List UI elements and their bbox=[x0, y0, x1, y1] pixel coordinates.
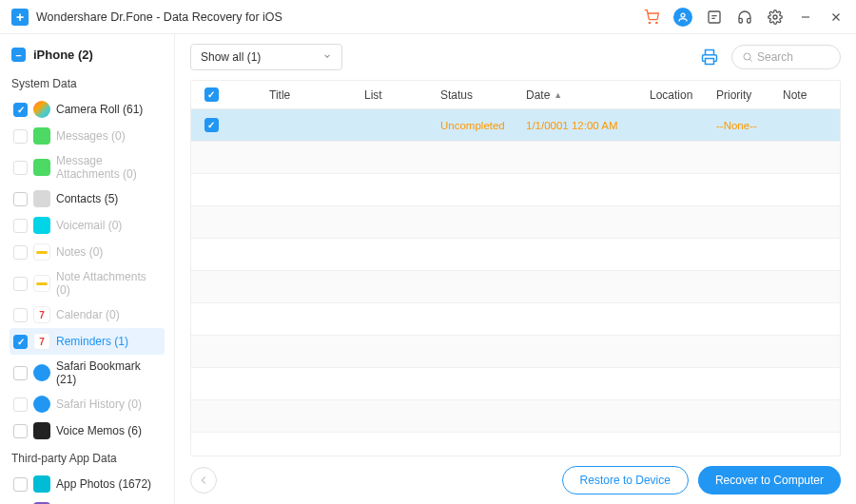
feedback-icon[interactable] bbox=[706, 9, 723, 26]
table-row-empty bbox=[191, 336, 840, 368]
sort-asc-icon: ▲ bbox=[554, 90, 562, 100]
device-row[interactable]: iPhone (2) bbox=[10, 44, 165, 69]
restore-to-device-button[interactable]: Restore to Device bbox=[562, 466, 689, 494]
row-checkbox[interactable] bbox=[204, 118, 219, 132]
category-icon bbox=[33, 396, 50, 413]
category-icon bbox=[33, 364, 50, 381]
titlebar-actions bbox=[643, 8, 845, 27]
back-button[interactable] bbox=[190, 467, 217, 494]
item-checkbox[interactable] bbox=[13, 129, 28, 144]
sidebar-item-label: Note Attachments (0) bbox=[56, 270, 161, 297]
print-icon[interactable] bbox=[701, 48, 718, 66]
item-checkbox[interactable] bbox=[13, 245, 28, 260]
table-row-empty bbox=[191, 303, 840, 336]
sidebar-item[interactable]: Message Attachments (0) bbox=[10, 149, 165, 185]
section-system-data: System Data bbox=[11, 77, 165, 90]
search-placeholder: Search bbox=[757, 50, 793, 64]
sidebar-item-label: App Photos (1672) bbox=[56, 477, 151, 491]
minimize-button[interactable] bbox=[797, 9, 814, 26]
item-checkbox[interactable] bbox=[13, 219, 28, 233]
svg-point-4 bbox=[773, 15, 777, 19]
sidebar-item[interactable]: Camera Roll (61) bbox=[10, 96, 165, 123]
sidebar-item-label: Safari History (0) bbox=[56, 397, 142, 411]
search-input[interactable]: Search bbox=[731, 45, 841, 69]
svg-point-0 bbox=[649, 22, 650, 23]
col-priority[interactable]: Priority bbox=[716, 88, 783, 102]
item-checkbox[interactable] bbox=[13, 397, 28, 412]
svg-rect-3 bbox=[709, 11, 720, 23]
content-area: iPhone (2) System Data Camera Roll (61)M… bbox=[0, 34, 856, 504]
item-checkbox[interactable] bbox=[13, 477, 28, 492]
user-icon[interactable] bbox=[673, 8, 692, 27]
table-header: Title List Status Date▲ Location Priorit… bbox=[191, 81, 840, 109]
col-note[interactable]: Note bbox=[783, 88, 840, 102]
category-icon bbox=[33, 275, 50, 292]
footer: Restore to Device Recover to Computer bbox=[175, 456, 856, 504]
device-checkbox[interactable] bbox=[11, 48, 26, 62]
cart-icon[interactable] bbox=[643, 9, 660, 26]
sidebar-item-label: Contacts (5) bbox=[56, 192, 118, 205]
category-icon bbox=[33, 475, 50, 493]
search-icon bbox=[742, 51, 753, 63]
titlebar: + Wondershare Dr.Fone - Data Recovery fo… bbox=[0, 0, 856, 34]
support-icon[interactable] bbox=[736, 9, 753, 26]
sidebar-item[interactable]: Notes (0) bbox=[10, 239, 165, 265]
item-checkbox[interactable] bbox=[13, 366, 28, 380]
svg-point-1 bbox=[656, 22, 657, 23]
sidebar-item[interactable]: App Photos (1672) bbox=[10, 471, 165, 497]
sidebar-item-label: Messages (0) bbox=[56, 129, 126, 143]
table-row-empty bbox=[191, 239, 840, 271]
toolbar-right: Search bbox=[701, 45, 841, 69]
col-location[interactable]: Location bbox=[650, 88, 716, 102]
sidebar-item[interactable]: Contacts (5) bbox=[10, 185, 165, 212]
table-row[interactable]: Uncompleted 1/1/0001 12:00 AM --None-- bbox=[191, 109, 840, 142]
col-status[interactable]: Status bbox=[440, 88, 526, 102]
sidebar-item-label: Voicemail (0) bbox=[56, 219, 122, 232]
col-date[interactable]: Date▲ bbox=[526, 88, 650, 102]
section-third-party: Third-party App Data bbox=[11, 452, 165, 465]
table-row-empty bbox=[191, 174, 840, 206]
item-checkbox[interactable] bbox=[13, 308, 28, 322]
category-icon bbox=[33, 422, 50, 439]
sidebar-item-label: Calendar (0) bbox=[56, 308, 120, 321]
sidebar-item[interactable]: Safari History (0) bbox=[10, 391, 165, 417]
data-table: Title List Status Date▲ Location Priorit… bbox=[190, 80, 841, 456]
category-icon bbox=[33, 159, 50, 176]
sidebar-item-label: Notes (0) bbox=[56, 245, 103, 259]
item-checkbox[interactable] bbox=[13, 161, 28, 175]
sidebar-item-label: Reminders (1) bbox=[56, 335, 128, 348]
filter-dropdown[interactable]: Show all (1) bbox=[190, 44, 342, 70]
sidebar-item-label: Safari Bookmark (21) bbox=[56, 359, 161, 386]
item-checkbox[interactable] bbox=[13, 277, 28, 291]
sidebar-item[interactable]: Note Attachments (0) bbox=[10, 265, 165, 301]
sidebar-item[interactable]: 7Reminders (1) bbox=[10, 328, 165, 355]
sidebar-item[interactable]: 7Calendar (0) bbox=[10, 301, 165, 328]
category-icon bbox=[33, 217, 50, 234]
sidebar-item[interactable]: Voicemail (0) bbox=[10, 212, 165, 239]
select-all-checkbox[interactable] bbox=[204, 87, 219, 102]
sidebar: iPhone (2) System Data Camera Roll (61)M… bbox=[0, 34, 174, 504]
col-list[interactable]: List bbox=[364, 88, 440, 102]
close-button[interactable] bbox=[827, 9, 845, 26]
row-status: Uncompleted bbox=[440, 120, 526, 131]
svg-point-9 bbox=[744, 53, 750, 60]
sidebar-item[interactable]: Voice Memos (6) bbox=[10, 417, 165, 444]
item-checkbox[interactable] bbox=[13, 192, 28, 206]
category-icon bbox=[33, 190, 50, 207]
col-title[interactable]: Title bbox=[269, 88, 364, 102]
table-row-empty bbox=[191, 400, 840, 433]
sidebar-item-label: Voice Memos (6) bbox=[56, 424, 142, 437]
svg-line-10 bbox=[749, 59, 751, 61]
settings-icon[interactable] bbox=[767, 9, 784, 26]
category-icon bbox=[33, 101, 50, 118]
item-checkbox[interactable] bbox=[13, 103, 28, 117]
sidebar-item[interactable]: App Videos (95) bbox=[10, 497, 165, 504]
sidebar-item[interactable]: Safari Bookmark (21) bbox=[10, 355, 165, 391]
filter-label: Show all (1) bbox=[201, 50, 261, 64]
recover-to-computer-button[interactable]: Recover to Computer bbox=[698, 466, 841, 494]
sidebar-item[interactable]: Messages (0) bbox=[10, 123, 165, 149]
sidebar-item-label: Camera Roll (61) bbox=[56, 103, 143, 116]
item-checkbox[interactable] bbox=[13, 424, 28, 438]
table-row-empty bbox=[191, 206, 840, 239]
item-checkbox[interactable] bbox=[13, 335, 28, 349]
